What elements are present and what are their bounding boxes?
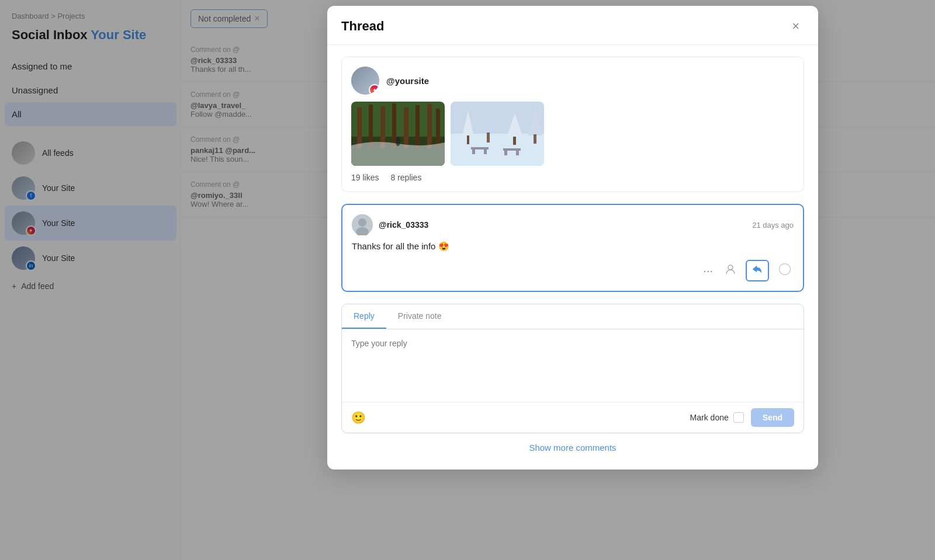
mark-done-label: Mark done — [690, 412, 744, 423]
svg-rect-20 — [534, 134, 536, 144]
reply-composer: Reply Private note 🙂 Mark done Send — [341, 304, 804, 433]
post-username: @yoursite — [386, 76, 429, 86]
more-options-button[interactable]: ··· — [701, 262, 715, 280]
mark-done-text: Mark done — [690, 413, 729, 422]
comment-card-header: @rick_03333 21 days ago — [352, 214, 794, 235]
post-avatar: ✦ — [351, 67, 379, 95]
svg-rect-26 — [516, 151, 519, 155]
mark-done-checkbox[interactable] — [733, 412, 744, 423]
emoji-button[interactable]: 🙂 — [351, 411, 366, 425]
reply-textarea[interactable] — [342, 329, 804, 399]
thread-modal: Thread × ✦ @yoursite — [327, 6, 818, 469]
svg-point-28 — [358, 218, 366, 227]
assign-button[interactable] — [722, 261, 739, 280]
svg-rect-23 — [484, 149, 487, 154]
svg-rect-22 — [472, 149, 475, 154]
post-stats: 19 likes 8 replies — [351, 173, 794, 182]
reply-footer: 🙂 Mark done Send — [342, 402, 804, 433]
reply-button[interactable] — [746, 260, 769, 281]
svg-point-10 — [396, 137, 400, 146]
comment-card-time: 21 days ago — [752, 221, 794, 229]
tab-reply[interactable]: Reply — [342, 304, 386, 329]
svg-rect-6 — [404, 107, 408, 148]
svg-rect-16 — [487, 133, 490, 142]
svg-rect-8 — [427, 104, 432, 148]
modal-close-button[interactable]: × — [787, 18, 804, 35]
comment-card-username: @rick_03333 — [379, 220, 428, 229]
post-instagram-badge: ✦ — [369, 84, 379, 95]
svg-rect-5 — [392, 103, 396, 148]
svg-rect-3 — [369, 105, 373, 148]
reply-tabs: Reply Private note — [342, 304, 804, 329]
svg-rect-25 — [504, 151, 507, 155]
svg-rect-9 — [436, 109, 440, 148]
post-replies: 8 replies — [390, 173, 421, 182]
svg-point-31 — [780, 263, 791, 274]
show-more-comments: Show more comments — [341, 433, 804, 458]
modal-title: Thread — [341, 19, 384, 34]
comment-card-body: Thanks for all the info 😍 — [352, 241, 794, 252]
svg-rect-18 — [513, 137, 516, 145]
comment-card-avatar — [352, 214, 373, 235]
svg-rect-12 — [451, 134, 544, 166]
post-likes: 19 likes — [351, 173, 379, 182]
modal-header: Thread × — [327, 6, 818, 45]
mark-done-action-button[interactable] — [776, 260, 794, 281]
reply-actions-right: Mark done Send — [690, 408, 794, 427]
comment-user-info: @rick_03333 — [352, 214, 428, 235]
comment-card: @rick_03333 21 days ago Thanks for all t… — [341, 204, 804, 292]
post-image-snow — [451, 102, 544, 166]
post-images — [351, 102, 794, 166]
post-header: ✦ @yoursite — [351, 67, 794, 95]
tab-private-note[interactable]: Private note — [386, 304, 453, 329]
svg-rect-2 — [357, 107, 362, 148]
post-image-forest — [351, 102, 445, 166]
svg-rect-14 — [467, 135, 469, 144]
send-button[interactable]: Send — [751, 408, 794, 427]
svg-rect-7 — [415, 105, 420, 148]
svg-rect-24 — [503, 148, 521, 151]
comment-actions: ··· — [352, 260, 794, 281]
modal-body: ✦ @yoursite — [327, 45, 818, 469]
svg-point-30 — [728, 265, 733, 270]
svg-rect-21 — [471, 147, 489, 149]
show-more-comments-button[interactable]: Show more comments — [529, 443, 616, 453]
post-card: ✦ @yoursite — [341, 57, 804, 192]
